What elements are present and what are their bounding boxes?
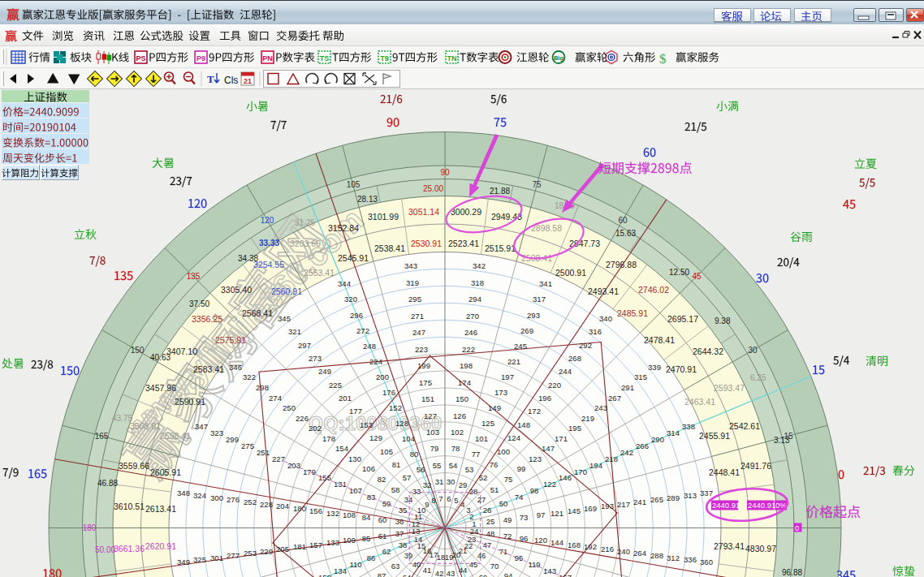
svg-text:Cls: Cls xyxy=(224,75,238,86)
